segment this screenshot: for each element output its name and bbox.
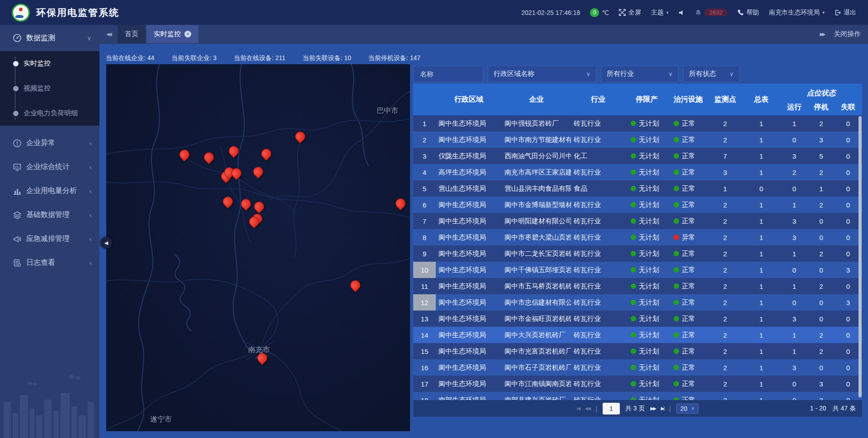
table-row[interactable]: 7 阆中生态环境局 阆中明阳建材有限公司 砖瓦行业 无计划 正常 2 (413, 213, 862, 229)
chevron-left-icon: ‹ (90, 235, 91, 242)
row-index: 7 (413, 213, 436, 229)
cell-industry: 砖瓦行业 (571, 213, 625, 229)
cell-stop: 2 (808, 327, 834, 343)
table-row[interactable]: 4 高坪生态环境局 南充市高坪区王家店建 砖瓦行业 无计划 正常 3 (413, 164, 862, 180)
map-pin-icon[interactable] (253, 166, 263, 178)
map-pin-icon[interactable] (350, 279, 360, 292)
map-pin-icon[interactable] (295, 131, 305, 143)
table-row[interactable]: 1 阆中生态环境局 阆中强锐页岩砖厂 砖瓦行业 无计划 正常 2 (413, 115, 862, 132)
tabs-scroll-left-button[interactable]: ◀◀ (99, 25, 118, 43)
close-operations-button[interactable]: 关闭操作 (834, 30, 861, 38)
cell-facility: 正常 (668, 392, 708, 400)
cell-total: 1 (742, 245, 780, 262)
sidebar-collapse-button[interactable]: ◀ (100, 237, 112, 249)
cell-total: 1 (742, 115, 780, 132)
sidebar-item-emergency-reduction[interactable]: 应急减排管理 ‹ (0, 227, 99, 251)
sidebar-item-realtime-monitoring[interactable]: 实时监控 (0, 51, 99, 76)
map-pin-icon[interactable] (231, 167, 241, 179)
fullscreen-button[interactable]: 全屏 (619, 9, 641, 17)
cell-company: 阆中市金博瑞新型墙材 (502, 197, 571, 213)
page-number-input[interactable] (603, 403, 620, 414)
status-filter-select[interactable]: 所有状态 ∨ (683, 66, 740, 82)
region-filter-select[interactable]: 行政区域名称 ∨ (488, 66, 596, 82)
cell-run: 0 (780, 132, 808, 148)
cell-lost: 0 (834, 376, 862, 392)
table-row[interactable]: 17 阆中生态环境局 阆中市江南镇阆南页岩 砖瓦行业 无计划 正常 2 (413, 376, 862, 392)
table-row[interactable]: 14 阆中生态环境局 阆中大兴页岩机砖厂 砖瓦行业 无计划 正常 2 (413, 327, 862, 343)
cell-stop: 0 (808, 359, 834, 376)
sidebar-item-power-load-detail[interactable]: 企业电力负荷明细 (0, 101, 99, 126)
table-row[interactable]: 10 阆中生态环境局 阆中千佛镇五郎垭页岩 砖瓦行业 无计划 正常 2 (413, 262, 862, 278)
map-pin-icon[interactable] (179, 149, 189, 161)
name-filter-input[interactable] (419, 70, 477, 78)
tabs-scroll-right-button[interactable]: ▶▶ (820, 32, 826, 37)
close-tab-icon[interactable]: × (184, 31, 191, 38)
cell-run: 3 (780, 213, 808, 229)
table-row[interactable]: 12 阆中生态环境局 阆中市忠信建材有限公 砖瓦行业 无计划 正常 2 (413, 294, 862, 311)
sidebar-item-company-abnormal[interactable]: 企业异常 ‹ (0, 131, 99, 155)
notifications[interactable]: 2632 (695, 9, 727, 16)
table-row[interactable]: 9 阆中生态环境局 阆中市二龙长宝页岩砖 砖瓦行业 无计划 正常 2 (413, 245, 862, 262)
sidebar-item-data-monitoring[interactable]: 数据监测 ∨ (0, 25, 99, 51)
document-icon (13, 259, 22, 268)
map-pin-icon[interactable] (257, 352, 267, 364)
map-pin-icon[interactable] (396, 198, 406, 210)
tab-home[interactable]: 首页 (118, 25, 146, 43)
column-header-lost: 失联 (834, 99, 862, 115)
map-pin-icon[interactable] (254, 201, 264, 213)
next-page-button[interactable]: ▶▶ (650, 406, 655, 411)
sidebar-item-video-monitoring[interactable]: 视频监控 (0, 76, 99, 101)
temperature-value: 0 (590, 8, 599, 17)
map-pin-icon[interactable] (261, 148, 271, 160)
row-index: 18 (413, 392, 436, 400)
table-row[interactable]: 2 阆中生态环境局 阆中市南方节能建材有 砖瓦行业 无计划 正常 2 (413, 132, 862, 148)
industry-filter-select[interactable]: 所有行业 ∨ (601, 66, 679, 82)
cell-total: 1 (742, 294, 780, 311)
table-row[interactable]: 18 南部生态环境局 南部县建兴页岩砖厂 砖瓦行业 无计划 正常 2 (413, 392, 862, 400)
cell-region: 阆中生态环境局 (436, 229, 502, 245)
map-pin-icon[interactable] (223, 196, 233, 208)
sidebar-item-base-data[interactable]: 基础数据管理 ‹ (0, 203, 99, 227)
user-name: 南充市生态环境局 (769, 9, 820, 17)
table-row[interactable]: 15 阆中生态环境局 阆中市光富页岩机砖厂 砖瓦行业 无计划 正常 2 (413, 343, 862, 359)
table-row[interactable]: 16 阆中生态环境局 阆中市石子页岩机砖厂 砖瓦行业 无计划 正常 2 (413, 359, 862, 376)
table-row[interactable]: 11 阆中生态环境局 阆中市五马桥页岩机砖 砖瓦行业 无计划 正常 2 (413, 278, 862, 294)
table-scrollbar[interactable] (859, 116, 862, 397)
logout-button[interactable]: 退出 (835, 9, 856, 17)
cell-stop: 0 (808, 262, 834, 278)
cell-lost: 0 (834, 245, 862, 262)
map-pin-icon[interactable] (249, 216, 259, 228)
last-page-button[interactable]: ▶| (661, 406, 664, 411)
user-menu[interactable]: 南充市生态环境局▾ (769, 9, 825, 17)
cell-points: 2 (708, 343, 742, 359)
first-page-button[interactable]: |◀ (577, 406, 580, 411)
status-dot-icon (674, 381, 679, 386)
sidebar-item-logs[interactable]: 日志查看 ‹ (0, 251, 99, 275)
row-index: 9 (413, 245, 436, 262)
sidebar-item-power-analysis[interactable]: 企业用电量分析 ‹ (0, 179, 99, 203)
cell-points: 2 (708, 278, 742, 294)
theme-menu[interactable]: 主题▾ (651, 9, 669, 17)
map-pin-icon[interactable] (241, 198, 251, 210)
table-row[interactable]: 3 仪陇生态环境局 西南油气田分公司川中 化工 无计划 正常 7 (413, 148, 862, 164)
table-row[interactable]: 6 阆中生态环境局 阆中市金博瑞新型墙材 砖瓦行业 无计划 正常 2 (413, 197, 862, 213)
map-pin-icon[interactable] (204, 151, 214, 164)
table-row[interactable]: 8 阆中生态环境局 阆中市枣碧大梁山页岩 砖瓦行业 无计划 异常 2 (413, 229, 862, 245)
table-row[interactable]: 13 阆中生态环境局 阆中市金福旺页岩机砖 砖瓦行业 无计划 正常 2 (413, 311, 862, 327)
help-button[interactable]: 帮助 (737, 9, 759, 17)
tab-realtime-monitoring[interactable]: 实时监控 × (146, 25, 198, 43)
table-row[interactable]: 5 营山生态环境局 营山县润丰肉食品有限 食品 无计划 正常 1 (413, 180, 862, 197)
sidebar-item-company-statistics[interactable]: 企业综合统计 ‹ (0, 155, 99, 179)
cell-company: 阆中强锐页岩砖厂 (502, 115, 571, 132)
sound-toggle[interactable] (679, 9, 685, 16)
page-size-select[interactable]: 20 ∨ (676, 404, 699, 414)
status-dot-icon (674, 170, 679, 175)
map-pin-icon[interactable] (229, 145, 239, 157)
prev-page-button[interactable]: ◀◀ (585, 406, 590, 411)
status-dot-icon (674, 316, 679, 321)
cell-production: 无计划 (625, 343, 668, 359)
status-dot-icon (674, 202, 679, 207)
name-filter-field[interactable] (413, 66, 483, 82)
cell-points: 2 (708, 311, 742, 327)
map[interactable]: 巴中市 南充市 遂宁市 (106, 64, 410, 431)
